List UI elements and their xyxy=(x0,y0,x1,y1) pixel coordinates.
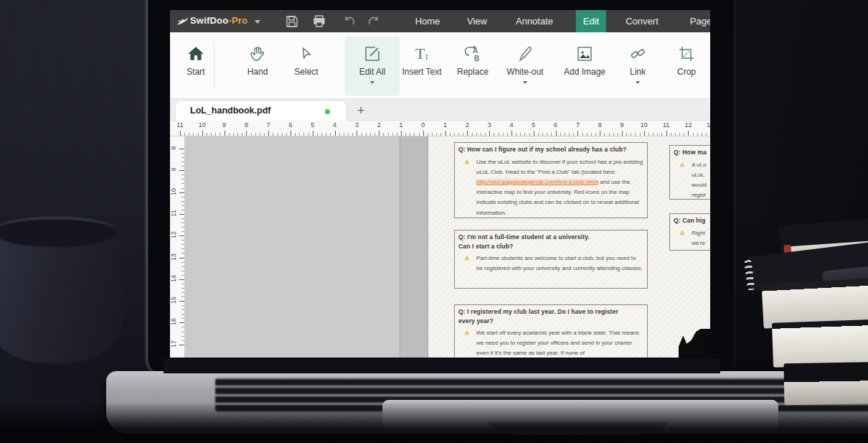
menu-annotate[interactable]: Annotate xyxy=(509,10,560,32)
crop-icon xyxy=(659,37,710,65)
brand-suffix: -Pro xyxy=(228,15,247,26)
svg-text:B: B xyxy=(474,55,479,62)
book-stack xyxy=(742,212,868,420)
highlighter-pen-icon xyxy=(498,37,552,65)
toolbar-label: Start xyxy=(170,67,223,77)
ruler-vertical: 891011121314151617 xyxy=(170,136,185,358)
answer-text: A uLo uLoL would regist xyxy=(692,160,710,201)
unsaved-status-dot xyxy=(325,109,330,114)
toolbar-crop[interactable]: Crop xyxy=(659,37,710,95)
answer-line: A uLo xyxy=(692,160,710,170)
toolbar-hand[interactable]: Hand xyxy=(230,37,285,95)
new-tab-button[interactable]: + xyxy=(351,101,371,120)
insert-text-icon: T I xyxy=(395,37,449,65)
answer-line: regist xyxy=(692,190,710,200)
coffee-mug xyxy=(0,220,123,363)
laptop-hinge xyxy=(164,359,720,373)
print-icon[interactable] xyxy=(312,14,326,29)
titlebar: SwifDoo-Pro Home View Annotate Edit Conv… xyxy=(170,10,710,32)
svg-text:I: I xyxy=(425,52,428,61)
answer-pre: Use the uLoL website to discover if your… xyxy=(476,159,643,175)
document-tab[interactable]: LoL_handbook.pdf xyxy=(176,101,346,121)
book-bottom xyxy=(784,362,868,406)
brand-title: SwifDoo-Pro xyxy=(190,15,247,26)
menu-convert[interactable]: Convert xyxy=(618,10,666,32)
brand-caret-down-icon[interactable] xyxy=(255,20,260,24)
question-line: Can I start a club? xyxy=(458,242,643,251)
menu-edit[interactable]: Edit xyxy=(576,10,606,32)
answer-line: we're xyxy=(692,238,710,248)
svg-text:T: T xyxy=(415,45,425,62)
swifdoo-logo-icon xyxy=(176,14,189,27)
qa-block-3[interactable]: Q: I registered my club last year. Do I … xyxy=(454,304,648,358)
qa-block-1[interactable]: Q: How can I figure out if my school alr… xyxy=(454,142,648,218)
answer-line: Right xyxy=(692,228,710,238)
edit-square-icon xyxy=(345,37,400,65)
tab-filename: LoL_handbook.pdf xyxy=(190,106,270,116)
club-finder-link[interactable]: http://ulol.leagueoflegends.com/find-a-c… xyxy=(476,179,597,185)
save-icon[interactable] xyxy=(285,14,299,29)
swifdoo-window: SwifDoo-Pro Home View Annotate Edit Conv… xyxy=(170,10,710,358)
menu-home[interactable]: Home xyxy=(408,10,448,32)
toolbar-label: Crop xyxy=(659,67,710,77)
hand-icon xyxy=(230,37,285,65)
question-line: every year? xyxy=(458,317,643,326)
toolbar-link[interactable]: Link xyxy=(610,37,665,95)
tab-bar: LoL_handbook.pdf + xyxy=(170,99,710,121)
ruler-horizontal: 1110987654321012345678910111213 xyxy=(170,121,710,136)
answer-text: Use the uLoL website to discover if your… xyxy=(476,157,643,218)
toolbar: Start Hand Select xyxy=(170,32,710,99)
answer-marker: A xyxy=(680,160,692,201)
question-line: Q: I'm not a full-time student at a univ… xyxy=(458,233,643,242)
image-icon xyxy=(557,37,612,65)
answer-line: would xyxy=(692,180,710,190)
question-line: Q: I registered my club last year. Do I … xyxy=(458,307,643,317)
toolbar-start[interactable]: Start xyxy=(170,37,223,95)
answer-marker: A xyxy=(680,228,692,248)
qa-block-5[interactable]: Q: Can hig A Right we're xyxy=(669,213,710,251)
question-text: Q: I'm not a full-time student at a univ… xyxy=(458,233,643,251)
menu-page[interactable]: Page xyxy=(683,10,710,32)
answer-marker: A xyxy=(465,157,476,218)
toolbar-label: Replace xyxy=(445,67,500,77)
answer-marker: A xyxy=(465,253,476,274)
toolbar-replace[interactable]: A B Replace xyxy=(445,37,500,95)
pdf-page-right[interactable]: Q: How can I figure out if my school alr… xyxy=(428,136,710,358)
toolbar-edit-all[interactable]: Edit All xyxy=(345,37,400,95)
page-gutter xyxy=(400,136,428,358)
pdf-page-left[interactable] xyxy=(185,136,400,358)
question-text: Q: How ma xyxy=(674,148,710,157)
answer-text: Right we're xyxy=(692,228,710,248)
toolbar-label: Add Image xyxy=(557,67,612,77)
brand-name: SwifDoo xyxy=(190,15,228,26)
undo-icon[interactable] xyxy=(342,14,357,29)
toolbar-label: Link xyxy=(610,67,665,77)
answer-line: uLoL xyxy=(692,170,710,180)
toolbar-label: White-out xyxy=(498,67,552,77)
replace-ab-icon: A B xyxy=(445,37,500,65)
qa-block-4[interactable]: Q: How ma A A uLo uLoL would regist xyxy=(669,145,710,200)
qa-block-2[interactable]: Q: I'm not a full-time student at a univ… xyxy=(454,230,648,289)
question-text: Q: How can I figure out if my school alr… xyxy=(458,145,643,154)
svg-text:A: A xyxy=(473,47,478,55)
question-text: Q: I registered my club last year. Do I … xyxy=(458,307,643,325)
page-art-silhouette xyxy=(679,329,710,358)
mug-rim xyxy=(0,217,118,247)
toolbar-white-out[interactable]: White-out xyxy=(498,37,552,95)
desk-shadow xyxy=(0,402,868,443)
menu-view[interactable]: View xyxy=(460,10,494,32)
caret-down-icon[interactable] xyxy=(370,81,374,84)
toolbar-add-image[interactable]: Add Image xyxy=(557,37,612,95)
question-text: Q: Can hig xyxy=(674,216,710,225)
answer-marker: A xyxy=(465,328,476,358)
caret-down-icon[interactable] xyxy=(636,81,640,84)
answer-text: Part-time students are welcome to start … xyxy=(476,253,643,274)
redo-icon[interactable] xyxy=(367,14,381,29)
link-chain-icon xyxy=(610,37,665,65)
toolbar-label: Select xyxy=(279,67,334,77)
caret-down-icon[interactable] xyxy=(523,81,527,84)
document-viewport[interactable]: Q: How can I figure out if my school alr… xyxy=(185,136,710,358)
home-icon xyxy=(170,37,223,65)
toolbar-insert-text[interactable]: T I Insert Text xyxy=(395,37,449,95)
toolbar-select[interactable]: Select xyxy=(279,37,334,95)
